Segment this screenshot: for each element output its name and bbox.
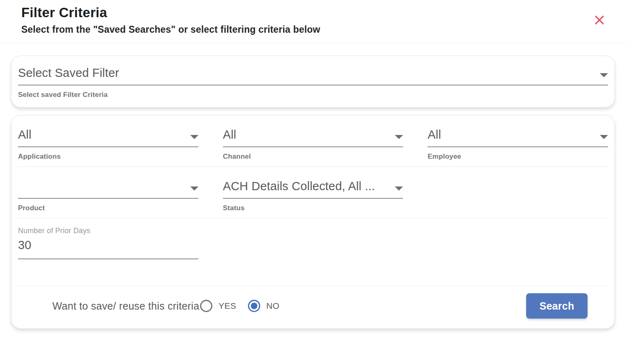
- prior-days-label: Number of Prior Days: [18, 227, 198, 235]
- field-employee: All Employee: [428, 128, 608, 161]
- save-reuse-prompt: Want to save/ reuse this criteria: [52, 300, 199, 312]
- applications-select-value: All: [18, 128, 32, 142]
- radio-no[interactable]: [248, 300, 260, 312]
- chevron-down-icon: [600, 135, 608, 139]
- saved-filter-card: Select Saved Filter Select saved Filter …: [11, 56, 615, 108]
- empty-cell: [428, 179, 608, 212]
- field-status: ACH Details Collected, All ... Status: [223, 179, 403, 212]
- page-subtitle: Select from the "Saved Searches" or sele…: [21, 24, 605, 35]
- chevron-down-icon: [600, 73, 608, 77]
- dialog-header: Filter Criteria Select from the "Saved S…: [0, 0, 626, 43]
- chevron-down-icon: [190, 186, 198, 191]
- field-product: Product: [18, 179, 198, 212]
- close-button[interactable]: [593, 15, 606, 27]
- radio-dot: [251, 303, 257, 309]
- close-icon: [594, 15, 605, 27]
- criteria-row-2: Product ACH Details Collected, All ... S…: [11, 167, 615, 212]
- employee-select[interactable]: All: [428, 128, 608, 147]
- dialog-body: Select Saved Filter Select saved Filter …: [0, 56, 626, 329]
- search-button[interactable]: Search: [526, 293, 588, 319]
- channel-select[interactable]: All: [223, 128, 403, 147]
- spacer: [11, 259, 615, 280]
- saved-filter-select[interactable]: Select Saved Filter: [18, 66, 608, 85]
- channel-select-value: All: [223, 128, 236, 142]
- radio-yes-label: YES: [218, 301, 236, 311]
- saved-filter-select-value: Select Saved Filter: [18, 66, 119, 80]
- criteria-row-1: All Applications All Channel All Employe…: [11, 115, 615, 161]
- radio-no-label: NO: [266, 301, 280, 311]
- applications-select[interactable]: All: [18, 128, 198, 147]
- field-channel: All Channel: [223, 128, 403, 161]
- product-select[interactable]: [18, 179, 198, 199]
- chevron-down-icon: [190, 135, 198, 139]
- applications-label: Applications: [18, 153, 198, 161]
- status-select-value: ACH Details Collected, All ...: [223, 180, 375, 193]
- criteria-footer: Want to save/ reuse this criteria YES NO…: [11, 286, 615, 319]
- product-label: Product: [18, 204, 198, 212]
- criteria-card: All Applications All Channel All Employe…: [11, 115, 615, 329]
- employee-select-value: All: [428, 128, 441, 142]
- chevron-down-icon: [395, 186, 403, 191]
- saved-filter-helper-label: Select saved Filter Criteria: [18, 91, 608, 99]
- prior-days-input[interactable]: 30: [18, 238, 198, 252]
- status-select[interactable]: ACH Details Collected, All ...: [223, 179, 403, 199]
- radio-yes[interactable]: [200, 300, 212, 312]
- save-reuse-radio-group: YES NO: [200, 300, 279, 312]
- channel-label: Channel: [223, 153, 403, 161]
- field-applications: All Applications: [18, 128, 198, 161]
- field-prior-days: Number of Prior Days 30: [11, 218, 205, 259]
- employee-label: Employee: [428, 153, 608, 161]
- chevron-down-icon: [395, 135, 403, 139]
- page-title: Filter Criteria: [21, 5, 605, 20]
- status-label: Status: [223, 204, 403, 212]
